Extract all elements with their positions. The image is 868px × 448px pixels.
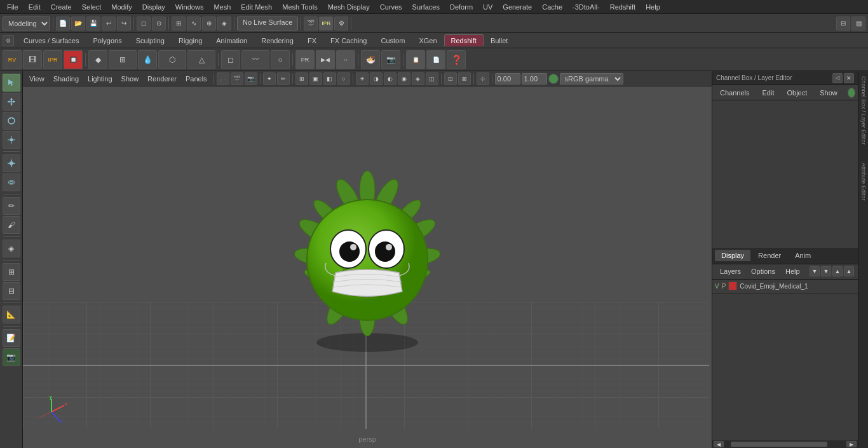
menu-edit-mesh[interactable]: Edit Mesh xyxy=(236,2,276,12)
vp-menu-shading[interactable]: Shading xyxy=(50,74,83,84)
vp-ss-btn[interactable]: ◉ xyxy=(398,72,410,85)
snap-point-btn[interactable]: ⊕ xyxy=(202,17,216,31)
shelf-icon-bowl[interactable]: 🍜 xyxy=(361,50,380,69)
select-mode-btn[interactable]: ◻ xyxy=(137,17,151,31)
undo-btn[interactable]: ↩ xyxy=(102,17,116,31)
ipr-render-btn[interactable]: IPR xyxy=(319,17,333,31)
channel-box-collapse-btn[interactable]: ◁ xyxy=(832,73,843,83)
shelf-settings-btn[interactable]: ⚙ xyxy=(3,35,14,46)
paint-skin-tool[interactable]: ✏ xyxy=(3,197,20,215)
vp-gamma-select[interactable]: sRGB gamma xyxy=(560,73,623,85)
shelf-icon-knob[interactable]: 〰 xyxy=(241,50,269,69)
redo-btn[interactable]: ↪ xyxy=(117,17,131,31)
vp-aa-btn[interactable]: ◈ xyxy=(412,72,424,85)
cb-tab-edit[interactable]: Edit xyxy=(757,87,779,98)
vp-ao-btn[interactable]: ◐ xyxy=(384,72,397,85)
snap-surface-btn[interactable]: ◈ xyxy=(217,17,231,31)
workspace-dropdown[interactable]: Modeling xyxy=(3,17,50,31)
vp-grid-btn[interactable]: ⊠ xyxy=(458,72,471,85)
shelf-tab-custom[interactable]: Custom xyxy=(374,34,412,47)
vp-motion-blur-btn[interactable]: ◫ xyxy=(426,72,438,85)
vp-smooth-btn[interactable]: ○ xyxy=(337,72,350,85)
shelf-icon-help[interactable]: ❓ xyxy=(447,50,466,69)
layer-arrow-up-1[interactable]: ▲ xyxy=(832,266,843,276)
vp-menu-view[interactable]: View xyxy=(25,74,48,84)
menu-surfaces[interactable]: Surfaces xyxy=(408,2,444,12)
shelf-icon-reel[interactable]: 🎞 xyxy=(23,50,42,69)
vp-menu-renderer[interactable]: Renderer xyxy=(144,74,180,84)
camera-tool[interactable]: 📷 xyxy=(3,348,20,366)
vtab-attribute-editor[interactable]: Attribute Editor xyxy=(859,160,868,203)
vp-pen-btn[interactable]: ✏ xyxy=(277,72,290,85)
measure-tool[interactable]: 📐 xyxy=(3,306,20,323)
shelf-tab-animation[interactable]: Animation xyxy=(209,34,254,47)
select-tool[interactable] xyxy=(3,74,20,92)
move-tool[interactable] xyxy=(3,93,20,111)
layer-v-label[interactable]: V xyxy=(715,283,719,290)
menu-redshift[interactable]: Redshift xyxy=(606,2,640,12)
shelf-icon-sphere-group[interactable]: ⬡ xyxy=(158,50,186,69)
shelf-icon-cone-group[interactable]: △ xyxy=(187,50,215,69)
layer-scrollbar-thumb[interactable] xyxy=(731,442,827,447)
vtab-channel-box[interactable]: Channel Box / Layer Editor xyxy=(859,74,868,147)
bp-tab-display[interactable]: Display xyxy=(715,250,750,261)
scale-tool[interactable] xyxy=(3,131,20,149)
shelf-tab-redshift[interactable]: Redshift xyxy=(444,34,484,47)
shelf-icon-torus[interactable]: ○ xyxy=(271,50,290,69)
channel-box-close-btn[interactable]: ✕ xyxy=(844,73,854,83)
cb-tab-show[interactable]: Show xyxy=(815,87,843,98)
layers-menu-options[interactable]: Options xyxy=(747,266,779,276)
menu-create[interactable]: Create xyxy=(46,2,76,12)
vp-menu-show[interactable]: Show xyxy=(118,74,143,84)
menu-mesh-display[interactable]: Mesh Display xyxy=(323,2,374,12)
menu-cache[interactable]: Cache xyxy=(538,2,567,12)
layout-btn[interactable]: ⊟ xyxy=(836,17,850,31)
layer-scroll-left[interactable]: ◀ xyxy=(714,441,724,447)
menu-curves[interactable]: Curves xyxy=(376,2,407,12)
cb-tab-channels[interactable]: Channels xyxy=(715,87,754,98)
shelf-icon-grid[interactable]: ⊞ xyxy=(109,50,137,69)
menu-3dtoall[interactable]: -3DtoAll- xyxy=(568,2,604,12)
bp-tab-anim[interactable]: Anim xyxy=(789,250,817,261)
menu-mesh-tools[interactable]: Mesh Tools xyxy=(278,2,322,12)
vp-shadow-btn[interactable]: ◑ xyxy=(370,72,383,85)
render-camera-btn[interactable]: 🎬 xyxy=(304,17,318,31)
menu-windows[interactable]: Windows xyxy=(171,2,208,12)
snap-curve-btn[interactable]: ∿ xyxy=(187,17,201,31)
layer-scroll-right[interactable]: ▶ xyxy=(846,441,857,447)
menu-modify[interactable]: Modify xyxy=(107,2,136,12)
editor-btn[interactable]: ▤ xyxy=(851,17,865,31)
shelf-icon-camera[interactable]: 📷 xyxy=(381,50,400,69)
shelf-tab-rigging[interactable]: Rigging xyxy=(172,34,209,47)
menu-help[interactable]: Help xyxy=(641,2,665,12)
vp-coord-input[interactable] xyxy=(495,73,520,85)
annotation-tool[interactable]: 📝 xyxy=(3,329,20,347)
layer-color-swatch[interactable] xyxy=(728,282,737,290)
shelf-icon-ipr[interactable]: IPR xyxy=(43,50,62,69)
vp-wireframe-btn[interactable]: ⊞ xyxy=(295,72,308,85)
menu-generate[interactable]: Generate xyxy=(498,2,536,12)
open-scene-btn[interactable]: 📂 xyxy=(71,17,85,31)
menu-file[interactable]: File xyxy=(3,2,23,12)
shelf-icon-rs1[interactable]: 📋 xyxy=(406,50,425,69)
vp-hud-btn[interactable]: ⊡ xyxy=(444,72,457,85)
shelf-icon-drop[interactable]: 💧 xyxy=(138,50,157,69)
layer-p-label[interactable]: P xyxy=(722,283,726,290)
shelf-tab-bullet[interactable]: Bullet xyxy=(484,34,515,47)
layer-arrow-down-2[interactable]: ▼ xyxy=(821,266,831,276)
vp-camera-btn[interactable]: 🎥 xyxy=(217,72,229,85)
snap-grid-btn[interactable]: ⊞ xyxy=(172,17,186,31)
viewport-content[interactable]: x y z persp xyxy=(23,86,712,448)
bp-tab-render[interactable]: Render xyxy=(752,250,787,261)
vp-film-btn[interactable]: 🎬 xyxy=(231,72,243,85)
shelf-tab-rendering[interactable]: Rendering xyxy=(254,34,301,47)
shelf-tab-fx[interactable]: FX xyxy=(301,34,323,47)
menu-uv[interactable]: UV xyxy=(478,2,497,12)
cb-tab-object[interactable]: Object xyxy=(782,87,812,98)
vp-cam-attr-btn[interactable]: 📷 xyxy=(245,72,257,85)
channel-box-color-btn[interactable] xyxy=(848,88,855,98)
vp-textured-btn[interactable]: ◧ xyxy=(323,72,336,85)
vp-solid-btn[interactable]: ▣ xyxy=(309,72,322,85)
snap-together-btn[interactable]: ⊞ xyxy=(3,263,20,281)
menu-edit[interactable]: Edit xyxy=(24,2,45,12)
